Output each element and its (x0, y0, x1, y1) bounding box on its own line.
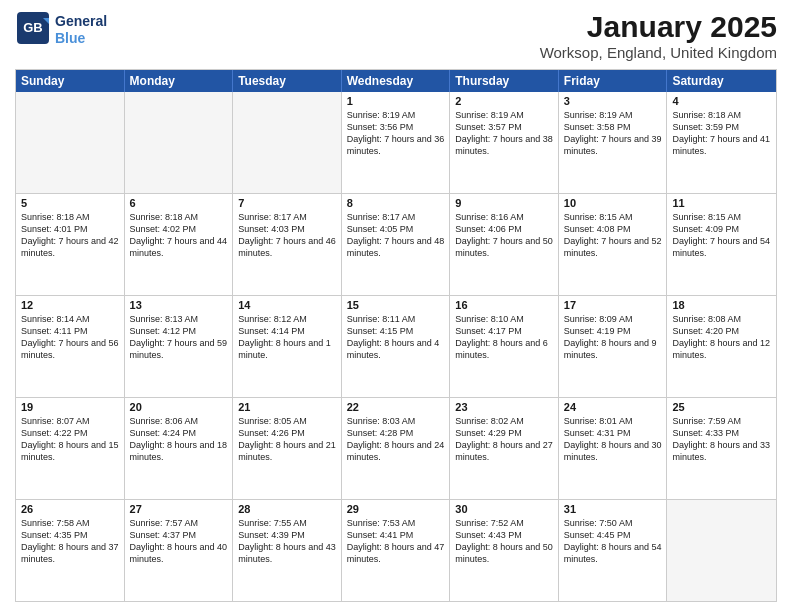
cell-info: Sunrise: 8:08 AM Sunset: 4:20 PM Dayligh… (672, 313, 771, 362)
cal-cell: 20Sunrise: 8:06 AM Sunset: 4:24 PM Dayli… (125, 398, 234, 499)
day-number: 13 (130, 299, 228, 311)
day-number: 15 (347, 299, 445, 311)
cal-cell: 4Sunrise: 8:18 AM Sunset: 3:59 PM Daylig… (667, 92, 776, 193)
logo-line1: General (55, 13, 107, 30)
cal-cell: 5Sunrise: 8:18 AM Sunset: 4:01 PM Daylig… (16, 194, 125, 295)
cal-cell: 25Sunrise: 7:59 AM Sunset: 4:33 PM Dayli… (667, 398, 776, 499)
cal-cell: 13Sunrise: 8:13 AM Sunset: 4:12 PM Dayli… (125, 296, 234, 397)
cell-info: Sunrise: 7:58 AM Sunset: 4:35 PM Dayligh… (21, 517, 119, 566)
cal-cell: 23Sunrise: 8:02 AM Sunset: 4:29 PM Dayli… (450, 398, 559, 499)
cal-cell: 8Sunrise: 8:17 AM Sunset: 4:05 PM Daylig… (342, 194, 451, 295)
cal-cell: 12Sunrise: 8:14 AM Sunset: 4:11 PM Dayli… (16, 296, 125, 397)
cal-cell: 19Sunrise: 8:07 AM Sunset: 4:22 PM Dayli… (16, 398, 125, 499)
cal-cell (667, 500, 776, 601)
cal-header-day: Monday (125, 70, 234, 92)
cell-info: Sunrise: 7:52 AM Sunset: 4:43 PM Dayligh… (455, 517, 553, 566)
cell-info: Sunrise: 8:11 AM Sunset: 4:15 PM Dayligh… (347, 313, 445, 362)
cal-cell (125, 92, 234, 193)
cell-info: Sunrise: 7:57 AM Sunset: 4:37 PM Dayligh… (130, 517, 228, 566)
cell-info: Sunrise: 8:18 AM Sunset: 3:59 PM Dayligh… (672, 109, 771, 158)
cal-cell: 18Sunrise: 8:08 AM Sunset: 4:20 PM Dayli… (667, 296, 776, 397)
cal-week-row: 12Sunrise: 8:14 AM Sunset: 4:11 PM Dayli… (16, 295, 776, 397)
day-number: 10 (564, 197, 662, 209)
title-block: January 2025 Worksop, England, United Ki… (540, 10, 777, 61)
day-number: 9 (455, 197, 553, 209)
day-number: 2 (455, 95, 553, 107)
cell-info: Sunrise: 7:50 AM Sunset: 4:45 PM Dayligh… (564, 517, 662, 566)
cal-cell: 14Sunrise: 8:12 AM Sunset: 4:14 PM Dayli… (233, 296, 342, 397)
calendar-body: 1Sunrise: 8:19 AM Sunset: 3:56 PM Daylig… (16, 92, 776, 601)
logo: GB General Blue (15, 10, 107, 50)
cal-cell: 30Sunrise: 7:52 AM Sunset: 4:43 PM Dayli… (450, 500, 559, 601)
day-number: 23 (455, 401, 553, 413)
cell-info: Sunrise: 8:14 AM Sunset: 4:11 PM Dayligh… (21, 313, 119, 362)
cal-cell: 26Sunrise: 7:58 AM Sunset: 4:35 PM Dayli… (16, 500, 125, 601)
cell-info: Sunrise: 8:17 AM Sunset: 4:03 PM Dayligh… (238, 211, 336, 260)
cal-cell: 29Sunrise: 7:53 AM Sunset: 4:41 PM Dayli… (342, 500, 451, 601)
day-number: 16 (455, 299, 553, 311)
cal-header-day: Wednesday (342, 70, 451, 92)
day-number: 8 (347, 197, 445, 209)
cal-cell: 16Sunrise: 8:10 AM Sunset: 4:17 PM Dayli… (450, 296, 559, 397)
cell-info: Sunrise: 8:13 AM Sunset: 4:12 PM Dayligh… (130, 313, 228, 362)
cal-cell: 27Sunrise: 7:57 AM Sunset: 4:37 PM Dayli… (125, 500, 234, 601)
day-number: 1 (347, 95, 445, 107)
cal-header-day: Saturday (667, 70, 776, 92)
cal-cell: 28Sunrise: 7:55 AM Sunset: 4:39 PM Dayli… (233, 500, 342, 601)
cell-info: Sunrise: 8:12 AM Sunset: 4:14 PM Dayligh… (238, 313, 336, 362)
cell-info: Sunrise: 8:18 AM Sunset: 4:02 PM Dayligh… (130, 211, 228, 260)
day-number: 25 (672, 401, 771, 413)
cal-week-row: 19Sunrise: 8:07 AM Sunset: 4:22 PM Dayli… (16, 397, 776, 499)
day-number: 24 (564, 401, 662, 413)
cal-week-row: 5Sunrise: 8:18 AM Sunset: 4:01 PM Daylig… (16, 193, 776, 295)
cal-header-day: Friday (559, 70, 668, 92)
cell-info: Sunrise: 8:17 AM Sunset: 4:05 PM Dayligh… (347, 211, 445, 260)
cell-info: Sunrise: 8:16 AM Sunset: 4:06 PM Dayligh… (455, 211, 553, 260)
cal-cell: 2Sunrise: 8:19 AM Sunset: 3:57 PM Daylig… (450, 92, 559, 193)
cal-cell (16, 92, 125, 193)
cal-cell: 31Sunrise: 7:50 AM Sunset: 4:45 PM Dayli… (559, 500, 668, 601)
day-number: 5 (21, 197, 119, 209)
cal-cell: 7Sunrise: 8:17 AM Sunset: 4:03 PM Daylig… (233, 194, 342, 295)
day-number: 20 (130, 401, 228, 413)
cell-info: Sunrise: 8:10 AM Sunset: 4:17 PM Dayligh… (455, 313, 553, 362)
calendar: SundayMondayTuesdayWednesdayThursdayFrid… (15, 69, 777, 602)
cell-info: Sunrise: 7:53 AM Sunset: 4:41 PM Dayligh… (347, 517, 445, 566)
cal-cell: 11Sunrise: 8:15 AM Sunset: 4:09 PM Dayli… (667, 194, 776, 295)
cell-info: Sunrise: 8:01 AM Sunset: 4:31 PM Dayligh… (564, 415, 662, 464)
day-number: 22 (347, 401, 445, 413)
day-number: 31 (564, 503, 662, 515)
day-number: 27 (130, 503, 228, 515)
cal-cell: 21Sunrise: 8:05 AM Sunset: 4:26 PM Dayli… (233, 398, 342, 499)
svg-text:GB: GB (23, 20, 43, 35)
day-number: 4 (672, 95, 771, 107)
cell-info: Sunrise: 8:03 AM Sunset: 4:28 PM Dayligh… (347, 415, 445, 464)
cal-week-row: 26Sunrise: 7:58 AM Sunset: 4:35 PM Dayli… (16, 499, 776, 601)
day-number: 26 (21, 503, 119, 515)
cell-info: Sunrise: 8:07 AM Sunset: 4:22 PM Dayligh… (21, 415, 119, 464)
day-number: 3 (564, 95, 662, 107)
day-number: 28 (238, 503, 336, 515)
cal-header-day: Sunday (16, 70, 125, 92)
cell-info: Sunrise: 8:09 AM Sunset: 4:19 PM Dayligh… (564, 313, 662, 362)
page: GB General Blue January 2025 Worksop, En… (0, 0, 792, 612)
cal-cell: 10Sunrise: 8:15 AM Sunset: 4:08 PM Dayli… (559, 194, 668, 295)
cal-cell: 9Sunrise: 8:16 AM Sunset: 4:06 PM Daylig… (450, 194, 559, 295)
day-number: 21 (238, 401, 336, 413)
day-number: 17 (564, 299, 662, 311)
cal-cell (233, 92, 342, 193)
day-number: 11 (672, 197, 771, 209)
page-title: January 2025 (540, 10, 777, 44)
day-number: 7 (238, 197, 336, 209)
logo-icon: GB (15, 10, 51, 46)
cell-info: Sunrise: 8:18 AM Sunset: 4:01 PM Dayligh… (21, 211, 119, 260)
cell-info: Sunrise: 8:15 AM Sunset: 4:09 PM Dayligh… (672, 211, 771, 260)
day-number: 14 (238, 299, 336, 311)
cell-info: Sunrise: 8:15 AM Sunset: 4:08 PM Dayligh… (564, 211, 662, 260)
cell-info: Sunrise: 8:06 AM Sunset: 4:24 PM Dayligh… (130, 415, 228, 464)
cal-cell: 1Sunrise: 8:19 AM Sunset: 3:56 PM Daylig… (342, 92, 451, 193)
cal-cell: 3Sunrise: 8:19 AM Sunset: 3:58 PM Daylig… (559, 92, 668, 193)
header: GB General Blue January 2025 Worksop, En… (15, 10, 777, 61)
day-number: 30 (455, 503, 553, 515)
cal-cell: 24Sunrise: 8:01 AM Sunset: 4:31 PM Dayli… (559, 398, 668, 499)
